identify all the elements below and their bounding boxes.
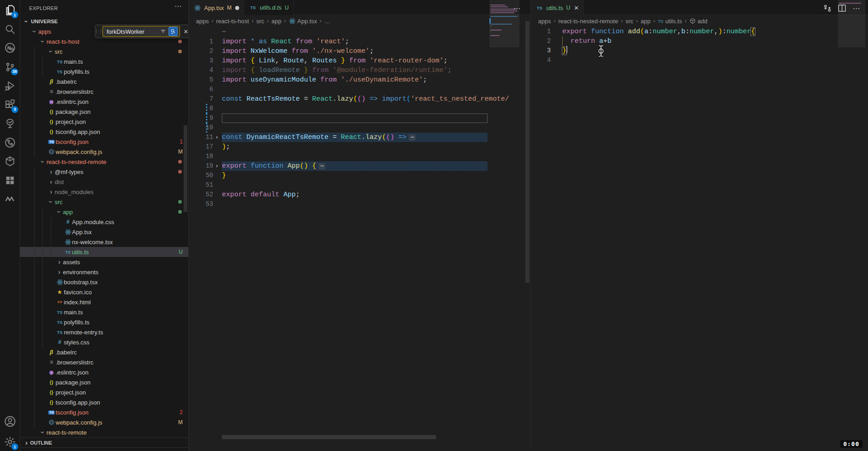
filter-icon[interactable]	[159, 27, 168, 36]
close-icon[interactable]: ✕	[574, 5, 579, 11]
tree-item-main-ts[interactable]: TSmain.ts	[20, 307, 188, 317]
code-editor[interactable]: ⋯1import * as React from 'react';2import…	[189, 27, 530, 209]
indent-guide	[34, 197, 35, 207]
extensions-icon[interactable]: 3	[0, 96, 20, 114]
breadcrumb-item[interactable]: App.tsx	[289, 18, 317, 25]
tree-item-label: package.json	[56, 108, 91, 115]
tree-item-app[interactable]: ›app	[20, 207, 188, 217]
tree-item-app-module-css[interactable]: #App.module.css	[20, 217, 188, 227]
breadcrumb-item[interactable]: app	[641, 18, 651, 25]
tree-item-src[interactable]: ›src	[20, 197, 188, 207]
search-icon[interactable]	[0, 20, 20, 38]
explorer-icon[interactable]: 1	[0, 1, 20, 19]
breadcrumb-item[interactable]: TSutils.ts	[658, 18, 682, 25]
tree-item--babelrc[interactable]: β.babelrc	[20, 77, 188, 87]
sidebar-more-icon[interactable]: ⋯	[175, 2, 182, 10]
indent-guide	[34, 397, 35, 407]
breadcrumb-item[interactable]: apps	[538, 18, 551, 25]
tree-item-project-json[interactable]: {}project.json	[20, 387, 188, 397]
tree-item-utils-ts[interactable]: TSutils.tsU	[20, 247, 188, 257]
tree-item-label: project.json	[56, 389, 86, 396]
accounts-icon[interactable]	[0, 412, 20, 430]
tree-item-polyfills-ts[interactable]: TSpolyfills.ts	[20, 67, 188, 77]
tree-item-app-tsx[interactable]: App.tsx	[20, 227, 188, 237]
tree-item-main-ts[interactable]: TSmain.ts	[20, 56, 188, 67]
more-icon[interactable]: ⋯	[852, 3, 862, 13]
tree-item-react-ts-remote[interactable]: ›react-ts-remote	[20, 427, 188, 437]
tree-item-dist[interactable]: ›dist	[20, 177, 188, 187]
tree-item-tsconfig-app-json[interactable]: {}tsconfig.app.json	[20, 397, 188, 407]
tree-item--browserslistrc[interactable]: ≡.browserslistrc	[20, 87, 188, 97]
tree-item-styles-css[interactable]: #styles.css	[20, 337, 188, 347]
breadcrumb-item[interactable]: add	[689, 18, 708, 25]
compare-changes-icon[interactable]	[822, 3, 832, 13]
breadcrumb-item[interactable]: react-ts-nested-remote	[558, 18, 618, 25]
tree-item-package-json[interactable]: {}package.json	[20, 377, 188, 387]
tree-item-webpack-config-js[interactable]: webpack.config.jsM	[20, 417, 188, 427]
tree-item-remote-entry-ts[interactable]: TSremote-entry.ts	[20, 327, 188, 337]
tree-item-tsconfig-json[interactable]: TStsconfig.json2	[20, 407, 188, 417]
indent-guide	[34, 247, 35, 257]
run-debug-icon[interactable]	[0, 77, 20, 95]
settings-gear-icon[interactable]: 1	[0, 433, 20, 451]
tree-item-favicon-ico[interactable]: ★favicon.ico	[20, 287, 188, 297]
code-editor[interactable]: 1export function add(a:number,b:number,)…	[531, 27, 868, 65]
breadcrumb-item[interactable]: src	[256, 18, 264, 25]
git-status-badge: 2	[180, 409, 183, 415]
tree-item--babelrc[interactable]: β.babelrc	[20, 347, 188, 357]
tree-item-webpack-config-js[interactable]: webpack.config.jsM	[20, 147, 188, 157]
tree-item-src[interactable]: ›src	[20, 46, 188, 56]
tree-item-tsconfig-json[interactable]: TStsconfig.json1	[20, 137, 188, 147]
tree-item-node-modules[interactable]: ›node_modules	[20, 187, 188, 197]
tree-find-input[interactable]: forkDtsWorker	[103, 26, 180, 37]
outline-section[interactable]: › OUTLINE	[20, 437, 188, 447]
split-editor-icon[interactable]	[837, 3, 847, 13]
tree-item-environments[interactable]: ›environments	[20, 267, 188, 277]
fold-chevron-icon[interactable]: ›	[215, 133, 219, 142]
breadcrumb-item[interactable]: …	[324, 18, 330, 25]
sidebar-scrollbar[interactable]	[184, 125, 187, 212]
fold-chevron-icon[interactable]: ›	[215, 161, 219, 171]
indent-guide	[42, 297, 43, 307]
wave-icon[interactable]	[0, 190, 20, 208]
git-graph-icon[interactable]	[0, 133, 20, 152]
close-icon[interactable]: ✕	[180, 25, 189, 38]
tab-utils-d-ts[interactable]: TSutils.d.tsU	[244, 0, 293, 15]
breadcrumb-item[interactable]: app	[272, 18, 282, 25]
tree-item-package-json[interactable]: {}package.json	[20, 107, 188, 117]
tab-utils-ts[interactable]: TSutils.tsU✕	[531, 0, 584, 15]
line-number: 8	[189, 104, 213, 113]
tree-item-nx-welcome-tsx[interactable]: nx-welcome.tsx	[20, 237, 188, 247]
nx-console-icon[interactable]	[0, 39, 20, 57]
tree-item-react-ts-nested-remote[interactable]: ›react-ts-nested-remote	[20, 157, 188, 167]
tree-item-project-json[interactable]: {}project.json	[20, 117, 188, 127]
breadcrumb-item[interactable]: apps	[196, 18, 209, 25]
testing-tree-icon[interactable]	[0, 114, 20, 133]
tree-item--mf-types[interactable]: ›@mf-types	[20, 167, 188, 177]
grid-squares-icon[interactable]	[0, 171, 20, 190]
tree-item-assets[interactable]: ›assets	[20, 257, 188, 267]
tab-app-tsx[interactable]: App.tsxM	[189, 0, 244, 15]
breadcrumb-item[interactable]: src	[626, 18, 633, 25]
horizontal-scrollbar[interactable]	[222, 435, 436, 439]
code-line-10: 10	[189, 123, 530, 133]
container-box-icon[interactable]	[0, 152, 20, 170]
indent-guide	[34, 107, 35, 117]
fuzzy-search-icon[interactable]	[169, 27, 178, 36]
tree-item-bootstrap-tsx[interactable]: bootstrap.tsx	[20, 277, 188, 287]
source-control-icon[interactable]: 38	[0, 58, 20, 76]
vertical-scrollbar[interactable]	[525, 21, 529, 283]
tree-item-polyfills-ts[interactable]: TSpolyfills.ts	[20, 317, 188, 327]
timeline-section[interactable]: › TIMELINE	[20, 447, 188, 451]
dirty-dot-icon[interactable]	[235, 6, 239, 10]
breadcrumb-item[interactable]: react-ts-host	[216, 18, 249, 25]
tree-item--eslintrc-json[interactable]: ◉.eslintrc.json	[20, 97, 188, 107]
tree-item-index-html[interactable]: <>index.html	[20, 297, 188, 307]
tree-item--browserslistrc[interactable]: ≡.browserslistrc	[20, 357, 188, 367]
ts-file-icon: TS	[535, 4, 544, 11]
drag-grip-icon[interactable]: ⋮⋮	[95, 25, 103, 38]
tree-item-tsconfig-app-json[interactable]: {}tsconfig.app.json	[20, 127, 188, 137]
bl-icon: ≡	[47, 88, 56, 95]
more-icon[interactable]: ⋯	[512, 3, 522, 13]
tree-item--eslintrc-json[interactable]: ◉.eslintrc.json	[20, 367, 188, 377]
